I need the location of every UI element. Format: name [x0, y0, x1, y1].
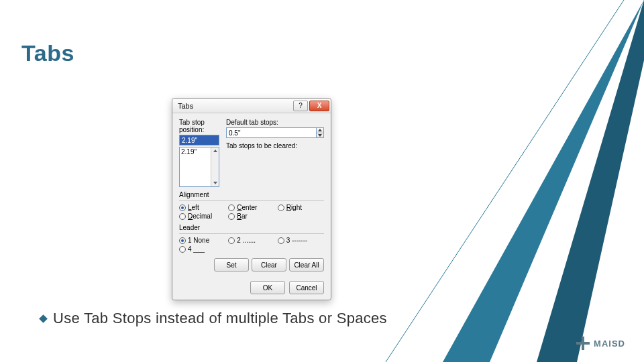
dialog-title-text: Tabs [178, 102, 193, 110]
list-item[interactable]: 2.19" [181, 148, 197, 156]
logo: MAISD [576, 337, 625, 350]
leader-2-radio[interactable]: 2 ....... [228, 237, 274, 244]
clear-note-area [226, 149, 324, 159]
svg-marker-0 [443, 0, 644, 362]
align-bar-radio[interactable]: Bar [228, 213, 274, 220]
leader-section-label: Leader [179, 224, 324, 231]
bullet-item: Use Tab Stops instead of multiple Tabs o… [40, 310, 387, 327]
separator [179, 233, 324, 234]
slide-title: Tabs [21, 40, 74, 66]
bullet-text: Use Tab Stops instead of multiple Tabs o… [53, 310, 387, 327]
tabs-dialog: Tabs ? X Tab stop position: 2.19" Defaul… [172, 98, 331, 300]
alignment-section-label: Alignment [179, 191, 324, 198]
svg-line-4 [386, 0, 624, 362]
align-left-radio[interactable]: Left [179, 204, 225, 211]
svg-marker-2 [537, 0, 644, 362]
clear-button[interactable]: Clear [252, 258, 286, 272]
ok-button[interactable]: OK [250, 281, 285, 294]
align-right-radio[interactable]: Right [278, 204, 324, 211]
scrollbar[interactable] [211, 147, 219, 186]
cancel-button[interactable]: Cancel [289, 281, 324, 294]
default-tab-stops-input[interactable] [226, 127, 316, 138]
svg-marker-1 [490, 0, 644, 362]
tab-stop-position-label: Tab stop position: [179, 119, 219, 133]
tab-stop-position-input[interactable] [179, 135, 219, 145]
spinner-up[interactable] [317, 128, 323, 133]
close-button[interactable]: X [309, 101, 329, 111]
spinner-down[interactable] [317, 133, 323, 138]
tab-stop-list[interactable]: 2.19" [179, 147, 219, 187]
logo-mark-icon [576, 337, 590, 350]
leader-3-radio[interactable]: 3 ------- [278, 237, 324, 244]
set-button[interactable]: Set [214, 258, 249, 272]
help-button[interactable]: ? [293, 101, 308, 111]
align-decimal-radio[interactable]: Decimal [179, 213, 225, 220]
default-tab-stops-label: Default tab stops: [226, 119, 324, 126]
leader-none-radio[interactable]: 1 None [179, 237, 225, 244]
bullet-icon [39, 314, 48, 323]
clear-note-label: Tab stops to be cleared: [226, 142, 324, 149]
align-center-radio[interactable]: Center [228, 204, 274, 211]
leader-4-radio[interactable]: 4 ___ [179, 245, 225, 253]
clear-all-button[interactable]: Clear All [289, 258, 324, 272]
dialog-titlebar: Tabs ? X [172, 99, 331, 113]
svg-marker-3 [577, 60, 644, 362]
logo-text: MAISD [594, 339, 625, 349]
separator [179, 200, 324, 201]
